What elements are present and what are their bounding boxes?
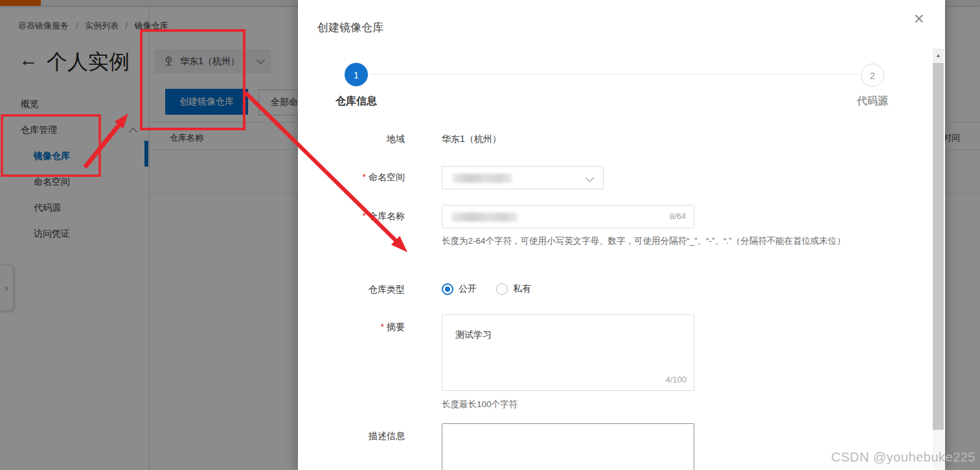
close-icon[interactable]: ×: [908, 8, 930, 30]
chevron-down-icon: [586, 174, 594, 182]
repo-type-field-label: 仓库类型: [334, 284, 405, 296]
repo-name-input[interactable]: 8/64: [442, 205, 694, 228]
redacted-value: [451, 213, 518, 222]
namespace-field-label: *命名空间: [334, 172, 405, 183]
modal-title: 创建镜像仓库: [317, 20, 383, 35]
description-field-label: 描述信息: [334, 430, 405, 442]
scrollbar-up-icon[interactable]: ▲: [933, 49, 944, 62]
radio-private-label[interactable]: 私有: [513, 283, 531, 295]
step-2-circle: 2: [861, 64, 884, 87]
repo-name-hint: 长度为2-64个字符，可使用小写英文字母、数字，可使用分隔符“_”、“-”、“.…: [442, 234, 861, 248]
summary-field-label: *摘要: [334, 322, 405, 333]
summary-hint: 长度最长100个字符: [442, 397, 518, 411]
summary-textarea[interactable]: 测试学习 4/100: [442, 314, 694, 391]
radio-public[interactable]: [442, 283, 453, 295]
region-field-value: 华东1（杭州）: [442, 134, 501, 145]
step-1-label: 仓库信息: [311, 95, 402, 108]
repo-type-radio-group: 公开 私有: [442, 283, 551, 295]
radio-private[interactable]: [496, 283, 508, 295]
step-connector: [370, 74, 860, 75]
summary-value: 测试学习: [455, 329, 492, 341]
char-counter: 8/64: [670, 211, 686, 221]
create-repo-modal: 创建镜像仓库 × 1 仓库信息 2 代码源 地域 华东1（杭州） *命名空间 *…: [298, 0, 945, 470]
description-textarea[interactable]: [442, 423, 694, 470]
namespace-select[interactable]: [442, 166, 604, 189]
repo-name-field-label: *仓库名称: [334, 211, 405, 222]
redacted-value: [453, 174, 512, 183]
scrollbar-thumb[interactable]: [933, 63, 944, 430]
radio-public-label[interactable]: 公开: [459, 283, 477, 295]
char-counter: 4/100: [665, 375, 687, 384]
step-2-label: 代码源: [827, 95, 918, 108]
step-1-circle: 1: [345, 63, 368, 86]
region-field-label: 地域: [334, 134, 405, 145]
screen: 容器镜像服务 / 实例列表 / 镜像仓库 ← 个人实例 华东1（杭州） 创建镜像…: [0, 0, 980, 470]
